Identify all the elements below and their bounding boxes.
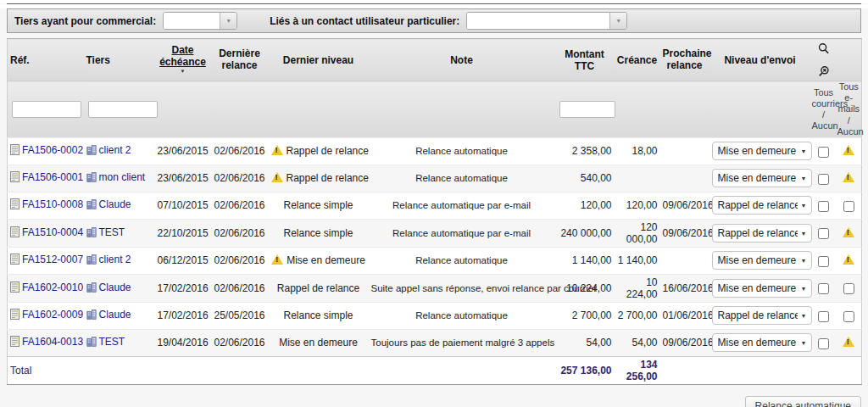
courrier-checkbox[interactable] (818, 147, 829, 158)
client-link[interactable]: TEST (99, 336, 125, 348)
col-tiers: Tiers (84, 39, 155, 81)
derniere-relance-cell: 02/06/2016 (211, 164, 269, 192)
invoice-icon[interactable] (10, 282, 19, 295)
client-link[interactable]: client 2 (99, 144, 131, 156)
date-echeance-cell: 07/10/2015 (155, 192, 211, 219)
prochaine-relance-cell (660, 164, 709, 192)
client-link[interactable]: Claude (99, 282, 131, 293)
invoice-icon[interactable] (10, 309, 19, 322)
client-link[interactable]: Claude (99, 198, 131, 210)
invoice-icon[interactable] (10, 254, 19, 267)
commercial-select[interactable]: ▼ (163, 12, 237, 30)
derniere-relance-cell: 25/05/2016 (211, 302, 269, 329)
toggle-all-courriers[interactable]: Tous courriers / Aucun (811, 81, 837, 138)
search-tools-cell (811, 39, 862, 81)
table-row: FA1510-0008 Claude 07/10/2015 02/06/2016… (8, 192, 862, 219)
chevron-down-icon: ▼ (609, 13, 626, 29)
courrier-checkbox[interactable] (818, 174, 829, 185)
select-wrapper: Rappel de relance (712, 306, 812, 325)
col-note: Note (369, 39, 555, 81)
niveau-envoi-select[interactable]: Mise en demeure (712, 142, 812, 160)
email-warning-icon (843, 337, 855, 348)
derniere-relance-cell: 02/06/2016 (211, 192, 269, 219)
client-link[interactable]: mon client (99, 171, 146, 183)
col-dernier-niveau: Dernier niveau (269, 39, 369, 81)
invoice-ref-link[interactable]: FA1510-0004 (22, 226, 83, 238)
montant-ttc-cell: 1 140,00 (555, 247, 615, 274)
courrier-checkbox[interactable] (818, 256, 829, 267)
col-niveau-envoi: Niveau d'envoi (709, 39, 811, 81)
creance-cell: 120,00 (615, 192, 660, 219)
courrier-checkbox[interactable] (818, 201, 829, 212)
invoice-ref-link[interactable]: FA1512-0007 (22, 254, 83, 265)
invoice-icon[interactable] (10, 144, 19, 158)
clear-search-icon[interactable] (817, 65, 831, 78)
invoice-icon[interactable] (10, 198, 19, 212)
select-wrapper: Mise en demeure (712, 279, 812, 298)
courrier-checkbox[interactable] (818, 283, 829, 294)
invoice-icon[interactable] (10, 171, 19, 185)
invoice-ref-link[interactable]: FA1602-0009 (22, 309, 83, 321)
invoice-icon[interactable] (10, 226, 19, 240)
contact-filter-label: Liés à un contact utilisateur particulie… (270, 15, 459, 27)
level-warning-icon (271, 145, 284, 156)
montant-filter-input[interactable] (559, 101, 615, 118)
relance-automatique-button[interactable]: Relance automatique (745, 396, 861, 407)
company-icon[interactable] (86, 337, 97, 349)
invoice-ref-link[interactable]: FA1604-0013 (22, 336, 83, 348)
company-icon[interactable] (86, 309, 97, 322)
derniere-relance-cell: 02/06/2016 (211, 274, 269, 302)
invoice-ref-link[interactable]: FA1602-0010 (22, 282, 83, 293)
email-checkbox[interactable] (843, 311, 854, 322)
company-icon[interactable] (86, 227, 97, 240)
note-cell: Relance automatique par e-mail (369, 192, 555, 219)
dernier-niveau-cell: Relance simple (269, 302, 369, 329)
company-icon[interactable] (86, 282, 97, 295)
select-wrapper: Mise en demeure (712, 251, 812, 270)
niveau-envoi-select[interactable]: Mise en demeure (712, 169, 812, 187)
niveau-envoi-select[interactable]: Rappel de relance (712, 196, 812, 215)
invoice-ref-link[interactable]: FA1506-0002 (22, 144, 83, 156)
creance-cell: 1 140,00 (615, 247, 660, 274)
niveau-envoi-select[interactable]: Mise en demeure (712, 279, 812, 298)
prochaine-relance-cell (660, 137, 709, 164)
courrier-checkbox[interactable] (818, 338, 829, 349)
table-row: FA1602-0009 Claude 17/02/2016 25/05/2016… (8, 302, 862, 329)
company-icon[interactable] (86, 254, 97, 267)
col-prochaine-relance: Prochaine relance (660, 39, 709, 81)
tiers-filter-input[interactable] (88, 101, 158, 118)
company-icon[interactable] (86, 145, 97, 158)
company-icon[interactable] (86, 172, 97, 185)
email-warning-icon (843, 227, 855, 238)
dernier-niveau-cell: Relance simple (269, 192, 369, 219)
niveau-envoi-select[interactable]: Rappel de relance (712, 224, 812, 243)
dernier-niveau-cell: Rappel de relance (269, 274, 369, 302)
invoice-ref-link[interactable]: FA1510-0008 (22, 198, 83, 210)
col-derniere-relance: Dernière relance (211, 39, 269, 81)
date-echeance-cell: 17/02/2016 (155, 274, 211, 302)
col-date-echeance[interactable]: Date échéance ▼ (155, 39, 211, 81)
toggle-all-emails[interactable]: Tous e-mails / Aucun (837, 81, 862, 138)
email-checkbox[interactable] (843, 283, 854, 294)
client-link[interactable]: client 2 (99, 254, 131, 265)
courrier-checkbox[interactable] (818, 228, 829, 239)
invoice-ref-link[interactable]: FA1506-0001 (22, 171, 83, 183)
filter-bar: Tiers ayant pour commercial: ▼ Liés à un… (7, 8, 861, 33)
creance-cell: 2 700,00 (615, 302, 660, 329)
niveau-envoi-select[interactable]: Mise en demeure (712, 333, 812, 352)
client-link[interactable]: Claude (99, 309, 131, 321)
contact-select[interactable]: ▼ (466, 12, 627, 30)
chevron-down-icon: ▼ (220, 13, 236, 29)
niveau-envoi-select[interactable]: Rappel de relance (712, 306, 812, 325)
client-link[interactable]: TEST (99, 226, 125, 238)
col-ref: Réf. (8, 39, 84, 81)
company-icon[interactable] (86, 199, 97, 212)
courrier-checkbox[interactable] (818, 311, 829, 322)
email-checkbox[interactable] (843, 201, 854, 212)
montant-ttc-cell: 240 000,00 (555, 219, 615, 247)
niveau-envoi-select[interactable]: Mise en demeure (712, 251, 812, 270)
invoice-icon[interactable] (10, 336, 19, 349)
search-icon[interactable] (817, 42, 830, 55)
select-wrapper: Rappel de relance (712, 224, 812, 243)
ref-filter-input[interactable] (12, 101, 81, 118)
